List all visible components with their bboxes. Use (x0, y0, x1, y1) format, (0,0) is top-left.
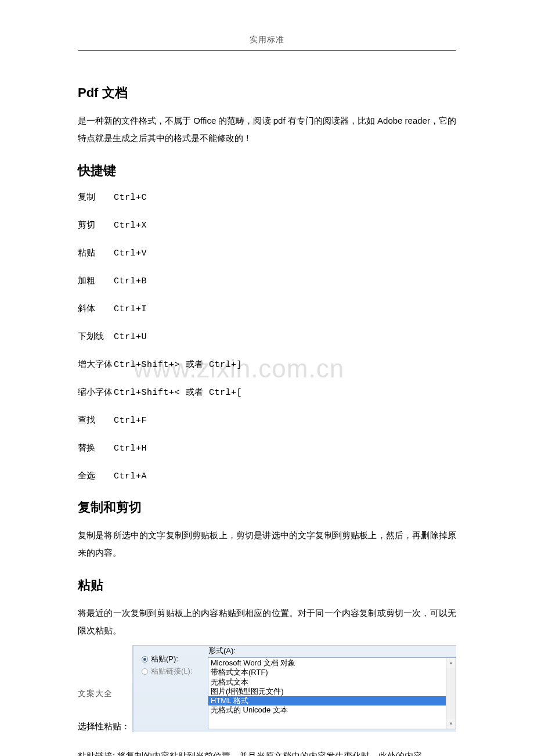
shortcut-label: 粘贴 (78, 246, 114, 260)
shortcut-row: 粘贴Ctrl+V (78, 246, 456, 261)
shortcut-list: 复制Ctrl+C剪切Ctrl+X粘贴Ctrl+V加粗Ctrl+B斜体Ctrl+I… (78, 190, 456, 484)
shortcut-key: Ctrl+B (114, 276, 147, 286)
shortcut-label: 加粗 (78, 273, 114, 287)
list-item[interactable]: 无格式文本 (208, 678, 456, 687)
shortcut-row: 增大字体Ctrl+Shift+> 或者 Ctrl+] (78, 357, 456, 372)
paste-special-dialog: 粘贴(P):粘贴链接(L): 形式(A): Microsoft Word 文档 … (132, 645, 456, 732)
scrollbar[interactable]: ▲ ▼ (446, 658, 456, 729)
scroll-down-icon[interactable]: ▼ (446, 719, 456, 729)
shortcut-row: 下划线Ctrl+U (78, 329, 456, 344)
shortcut-label: 增大字体 (78, 357, 114, 371)
format-label: 形式(A): (208, 646, 456, 656)
para-pdf: 是一种新的文件格式，不属于 Office 的范畴，阅读 pdf 有专门的阅读器，… (78, 112, 456, 147)
shortcut-row: 缩小字体Ctrl+Shift+< 或者 Ctrl+[ (78, 385, 456, 400)
shortcut-label: 替换 (78, 441, 114, 455)
list-item[interactable]: 带格式文本(RTF) (208, 668, 456, 677)
shortcut-row: 替换Ctrl+H (78, 441, 456, 456)
list-item[interactable]: HTML 格式 (208, 696, 456, 705)
shortcut-key: Ctrl+F (114, 416, 147, 426)
shortcut-key: Ctrl+U (114, 332, 147, 342)
shortcut-row: 斜体Ctrl+I (78, 301, 456, 316)
list-item[interactable]: Microsoft Word 文档 对象 (208, 658, 456, 668)
shortcut-key: Ctrl+V (114, 249, 147, 258)
shortcut-key: Ctrl+Shift+< 或者 Ctrl+[ (114, 388, 242, 398)
heading-copycut: 复制和剪切 (78, 499, 456, 516)
shortcut-key: Ctrl+Shift+> 或者 Ctrl+] (114, 360, 242, 370)
heading-paste: 粘贴 (78, 577, 456, 594)
para-paste: 将最近的一次复制到剪贴板上的内容粘贴到相应的位置。对于同一个内容复制或剪切一次，… (78, 604, 456, 639)
para-paste-link: 粘贴链接: 将复制的内容粘贴到当前位置，并且当原文档中的内容发生变化时，此处的内… (78, 747, 456, 756)
heading-shortcuts: 快捷键 (78, 162, 456, 179)
shortcut-row: 加粗Ctrl+B (78, 273, 456, 289)
selective-paste-label: 选择性粘贴： (78, 721, 130, 732)
shortcut-label: 复制 (78, 190, 114, 204)
page-header: 实用标准 (78, 35, 456, 51)
radio-option: 粘贴链接(L): (142, 666, 203, 676)
shortcut-label: 斜体 (78, 301, 114, 315)
scroll-up-icon[interactable]: ▲ (446, 658, 456, 668)
shortcut-label: 查找 (78, 413, 114, 427)
shortcut-label: 剪切 (78, 218, 114, 232)
radio-group: 粘贴(P):粘贴链接(L): (134, 646, 208, 732)
heading-pdf: Pdf 文档 (78, 84, 456, 102)
list-item[interactable]: 图片(增强型图元文件) (208, 687, 456, 696)
radio-option[interactable]: 粘贴(P): (142, 654, 203, 664)
format-listbox[interactable]: Microsoft Word 文档 对象带格式文本(RTF)无格式文本图片(增强… (208, 657, 456, 729)
shortcut-row: 复制Ctrl+C (78, 190, 456, 205)
para-copycut: 复制是将所选中的文字复制到剪贴板上，剪切是讲选中的文字复制到剪贴板上，然后，再删… (78, 527, 456, 561)
list-item[interactable]: 无格式的 Unicode 文本 (208, 705, 456, 715)
shortcut-label: 下划线 (78, 329, 114, 343)
shortcut-row: 查找Ctrl+F (78, 413, 456, 428)
radio-label: 粘贴(P): (151, 654, 178, 664)
radio-icon (142, 668, 148, 675)
shortcut-key: Ctrl+A (114, 471, 147, 481)
shortcut-key: Ctrl+H (114, 444, 147, 453)
shortcut-row: 剪切Ctrl+X (78, 218, 456, 233)
shortcut-label: 缩小字体 (78, 385, 114, 399)
radio-icon (142, 656, 148, 663)
shortcut-label: 全选 (78, 469, 114, 483)
radio-label: 粘贴链接(L): (151, 666, 193, 676)
shortcut-key: Ctrl+C (114, 193, 147, 203)
shortcut-row: 全选Ctrl+A (78, 469, 456, 484)
shortcut-key: Ctrl+I (114, 304, 147, 314)
shortcut-key: Ctrl+X (114, 221, 147, 231)
